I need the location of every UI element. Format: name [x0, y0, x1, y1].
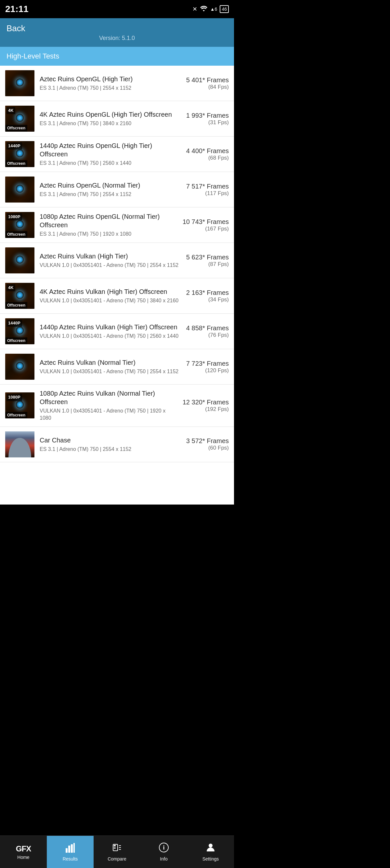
score-sub: (87 Fps): [186, 261, 229, 268]
test-name: Aztec Ruins Vulkan (Normal Tier): [40, 358, 181, 367]
nav-settings[interactable]: Settings: [187, 836, 234, 868]
test-item[interactable]: 4KOffscreen4K Aztec Ruins OpenGL (High T…: [0, 101, 234, 136]
test-info: Car ChaseES 3.1 | Adreno (TM) 750 | 2554…: [40, 436, 181, 453]
svg-rect-2: [71, 844, 73, 853]
test-item[interactable]: 4KOffscreen4K Aztec Ruins Vulkan (High T…: [0, 278, 234, 314]
test-name: Car Chase: [40, 436, 181, 444]
test-name: 4K Aztec Ruins OpenGL (High Tier) Offscr…: [40, 110, 181, 119]
battery-icon: 46: [220, 5, 229, 13]
test-thumbnail: [5, 177, 34, 203]
test-info: 4K Aztec Ruins OpenGL (High Tier) Offscr…: [40, 110, 181, 127]
test-info: Aztec Ruins OpenGL (High Tier)ES 3.1 | A…: [40, 75, 181, 92]
score-main: 4 400* Frames: [186, 147, 229, 155]
test-thumbnail: [5, 431, 34, 457]
test-item[interactable]: Car ChaseES 3.1 | Adreno (TM) 750 | 2554…: [0, 427, 234, 462]
thumb-badge-topleft: 1440P: [6, 319, 22, 327]
test-sub: ES 3.1 | Adreno (TM) 750 | 3840 x 2160: [40, 120, 181, 127]
test-sub: ES 3.1 | Adreno (TM) 750 | 2560 x 1440: [40, 160, 181, 167]
nav-home[interactable]: GFX Home: [0, 836, 47, 868]
status-time: 21:11: [5, 4, 29, 14]
test-item[interactable]: 1440POffscreen1440p Aztec Ruins Vulkan (…: [0, 314, 234, 349]
test-item[interactable]: Aztec Ruins Vulkan (Normal Tier)VULKAN 1…: [0, 349, 234, 384]
test-info: 4K Aztec Ruins Vulkan (High Tier) Offscr…: [40, 287, 181, 304]
thumb-badge-bottom: Offscreen: [5, 302, 27, 309]
thumb-badge-bottom: Offscreen: [5, 231, 27, 238]
svg-rect-1: [68, 845, 70, 853]
version-text: Version: 5.1.0: [6, 35, 228, 41]
test-thumbnail: [5, 247, 34, 273]
score-sub: (120 Fps): [186, 367, 229, 374]
test-name: Aztec Ruins OpenGL (High Tier): [40, 75, 181, 83]
test-thumbnail: 1440POffscreen: [5, 141, 34, 167]
info-icon: i: [159, 842, 169, 855]
home-gfx-label: GFX: [16, 844, 31, 854]
thumb-badge-bottom: Offscreen: [5, 160, 27, 167]
score-main: 7 723* Frames: [186, 360, 229, 367]
thumb-badge-topleft: 1440P: [6, 143, 22, 150]
section-title: High-Level Tests: [0, 47, 234, 66]
score-main: 7 517* Frames: [186, 183, 229, 190]
test-info: Aztec Ruins Vulkan (Normal Tier)VULKAN 1…: [40, 358, 181, 375]
x-icon: ✕: [192, 5, 197, 13]
test-info: 1080p Aztec Ruins Vulkan (Normal Tier) O…: [40, 389, 177, 422]
test-sub: ES 3.1 | Adreno (TM) 750 | 2554 x 1152: [40, 191, 181, 198]
test-sub: ES 3.1 | Adreno (TM) 750 | 2554 x 1152: [40, 446, 181, 453]
score-main: 3 572* Frames: [186, 437, 229, 445]
test-item[interactable]: Aztec Ruins OpenGL (Normal Tier)ES 3.1 |…: [0, 172, 234, 208]
test-score: 7 517* Frames(117 Fps): [186, 183, 229, 197]
test-item[interactable]: Aztec Ruins OpenGL (High Tier)ES 3.1 | A…: [0, 66, 234, 101]
score-main: 12 320* Frames: [183, 399, 229, 406]
svg-rect-0: [66, 848, 68, 853]
test-score: 12 320* Frames(192 Fps): [183, 399, 229, 412]
test-sub: VULKAN 1.0 | 0x43051401 - Adreno (TM) 75…: [40, 407, 177, 422]
test-info: 1440p Aztec Ruins OpenGL (High Tier) Off…: [40, 142, 181, 167]
test-item[interactable]: Aztec Ruins Vulkan (High Tier)VULKAN 1.0…: [0, 243, 234, 278]
test-info: Aztec Ruins Vulkan (High Tier)VULKAN 1.0…: [40, 252, 181, 269]
test-sub: VULKAN 1.0 | 0x43051401 - Adreno (TM) 75…: [40, 368, 181, 375]
thumb-badge-bottom: Offscreen: [5, 412, 27, 419]
thumb-badge-topleft: 4K: [6, 284, 15, 291]
score-sub: (117 Fps): [186, 190, 229, 197]
wifi-icon: [200, 5, 208, 13]
svg-point-13: [209, 844, 213, 847]
test-item[interactable]: 1080POffscreen1080p Aztec Ruins Vulkan (…: [0, 384, 234, 427]
score-main: 5 401* Frames: [186, 76, 229, 84]
thumb-badge-topleft: 1080P: [6, 213, 22, 220]
score-sub: (34 Fps): [186, 297, 229, 303]
svg-rect-6: [114, 847, 116, 847]
thumb-badge-bottom: Offscreen: [5, 125, 27, 132]
nav-compare[interactable]: Compare: [94, 836, 140, 868]
test-score: 4 858* Frames(76 Fps): [186, 324, 229, 338]
test-item[interactable]: 1440POffscreen1440p Aztec Ruins OpenGL (…: [0, 136, 234, 172]
score-sub: (31 Fps): [186, 119, 229, 126]
compare-icon: [112, 842, 122, 855]
score-main: 4 858* Frames: [186, 324, 229, 332]
test-thumbnail: [5, 354, 34, 380]
test-thumbnail: 1440POffscreen: [5, 318, 34, 344]
test-score: 5 623* Frames(87 Fps): [186, 254, 229, 268]
signal-icon: ▲6: [210, 6, 218, 12]
header: Back Version: 5.1.0: [0, 18, 234, 47]
test-sub: ES 3.1 | Adreno (TM) 750 | 2554 x 1152: [40, 85, 181, 92]
bottom-nav: GFX Home Results Compare: [0, 836, 234, 868]
score-sub: (167 Fps): [183, 226, 229, 232]
score-sub: (76 Fps): [186, 332, 229, 338]
score-main: 1 993* Frames: [186, 112, 229, 119]
nav-info[interactable]: i Info: [140, 836, 187, 868]
home-label: Home: [17, 855, 29, 860]
score-main: 5 623* Frames: [186, 254, 229, 261]
results-icon: [65, 842, 75, 855]
test-thumbnail: [5, 70, 34, 96]
score-main: 10 743* Frames: [183, 218, 229, 226]
score-sub: (68 Fps): [186, 155, 229, 161]
score-sub: (192 Fps): [183, 406, 229, 412]
test-score: 1 993* Frames(31 Fps): [186, 112, 229, 126]
test-sub: VULKAN 1.0 | 0x43051401 - Adreno (TM) 75…: [40, 297, 181, 304]
nav-results[interactable]: Results: [47, 836, 94, 868]
test-item[interactable]: 1080POffscreen1080p Aztec Ruins OpenGL (…: [0, 208, 234, 243]
test-info: 1080p Aztec Ruins OpenGL (Normal Tier) O…: [40, 212, 177, 238]
test-thumbnail: 1080POffscreen: [5, 393, 34, 418]
svg-text:i: i: [163, 844, 164, 851]
back-button[interactable]: Back: [6, 23, 228, 33]
test-list: Aztec Ruins OpenGL (High Tier)ES 3.1 | A…: [0, 66, 234, 504]
